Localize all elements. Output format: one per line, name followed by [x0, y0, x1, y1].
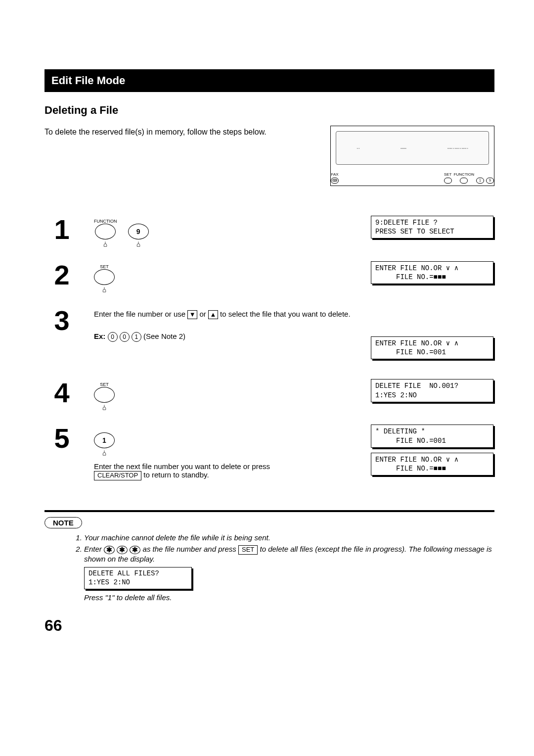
step-number-4: 4 — [44, 379, 79, 407]
step-number-5: 5 — [44, 425, 79, 452]
function-key: FUNCTION — [94, 219, 117, 246]
legend-set-button — [444, 178, 452, 184]
sub-heading: Deleting a File — [44, 104, 494, 117]
lcd-step2: ENTER FILE NO.OR ∨ ∧ FILE NO.=■■■ — [371, 261, 493, 284]
nine-key: 9 — [128, 219, 149, 246]
set-key: SET — [94, 382, 115, 410]
legend-nine-button: 9 — [486, 178, 494, 184]
legend-function-button — [460, 178, 468, 184]
press-icon — [102, 240, 109, 246]
legend-one-button: 1 — [476, 178, 484, 184]
step-number-2: 2 — [44, 261, 79, 289]
lcd-note: DELETE ALL FILES? 1:YES 2:NO — [84, 567, 192, 589]
lcd-step3: ENTER FILE NO.OR ∨ ∧ FILE NO.=001 — [371, 336, 493, 359]
press-icon — [135, 240, 142, 246]
digit-one-key: 1 — [132, 332, 141, 342]
press-icon — [101, 286, 108, 292]
star-key: ✱ — [130, 546, 140, 554]
step-number-3: 3 — [44, 307, 79, 334]
lcd-step4: DELETE FILE NO.001? 1:YES 2:NO — [371, 379, 493, 402]
note-section: NOTE Your machine cannot delete the file… — [44, 510, 494, 601]
note-item-2: Enter ✱ ✱ ✱ as the file number and press… — [84, 545, 494, 601]
control-panel-illustration: ○ ○▭▭▭○○○○ ○ ○○○○ ○ ○○○○ ○ FAX⌨ SET FUNC… — [330, 126, 494, 186]
set-key-inline: SET — [238, 545, 258, 555]
note-label: NOTE — [44, 517, 82, 528]
press-icon — [101, 404, 108, 410]
step3-text: Enter the file number or use ▼ or ▲ to s… — [94, 310, 351, 318]
step-number-1: 1 — [44, 216, 79, 243]
legend-function-label: FUNCTION — [454, 172, 474, 177]
step3-example: Ex: 0 0 1 (See Note 2) — [94, 332, 356, 342]
lcd-step5b: ENTER FILE NO.OR ∨ ∧ FILE NO.=■■■ — [371, 453, 493, 475]
intro-text: To delete the reserved file(s) in memory… — [44, 128, 267, 137]
note-item-1: Your machine cannot delete the file whil… — [84, 533, 494, 542]
legend-set-label: SET — [444, 172, 452, 177]
digit-zero-key: 0 — [120, 332, 130, 342]
clear-stop-key: CLEAR/STOP — [94, 471, 141, 480]
up-arrow-key: ▲ — [208, 310, 218, 319]
lcd-step1: 9:DELETE FILE ? PRESS SET TO SELECT — [371, 216, 493, 238]
star-key: ✱ — [117, 546, 128, 554]
step5-text: Enter the next file number you want to d… — [94, 462, 356, 480]
lcd-step5a: * DELETING * FILE NO.=001 — [371, 425, 493, 447]
legend-fax-label: FAX — [331, 172, 338, 177]
section-title-bar: Edit File Mode — [44, 69, 494, 92]
down-arrow-key: ▼ — [187, 310, 197, 319]
set-key: SET — [94, 264, 115, 292]
page-number: 66 — [44, 616, 494, 635]
digit-zero-key: 0 — [108, 332, 118, 342]
legend-fax-button: ⌨ — [331, 178, 339, 184]
star-key: ✱ — [104, 546, 115, 554]
one-key: 1 — [94, 427, 115, 455]
press-icon — [101, 449, 108, 455]
